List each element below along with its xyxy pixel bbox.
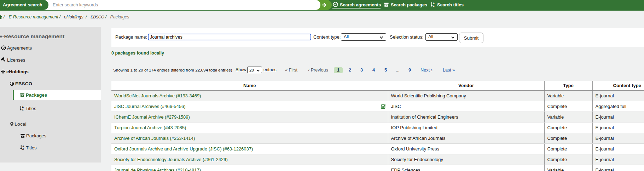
svg-text:Z: Z — [433, 4, 435, 7]
svg-text:Z: Z — [22, 147, 24, 150]
svg-text:Z: Z — [22, 108, 24, 111]
